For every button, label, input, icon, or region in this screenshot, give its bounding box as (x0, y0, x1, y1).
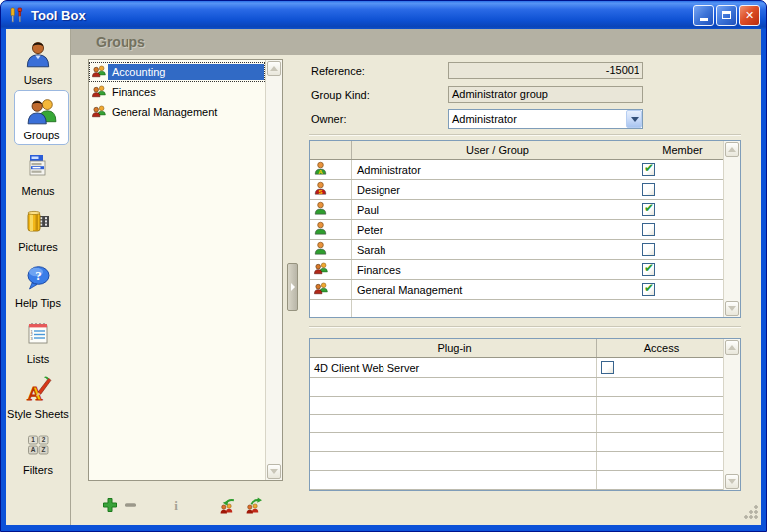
close-button[interactable]: ✕ (739, 5, 760, 26)
plugins-table-scrollbar[interactable] (723, 339, 740, 490)
group-list-item-finances[interactable]: Finances (89, 82, 265, 102)
sidebar-item-label: Menus (21, 185, 54, 197)
group-list-item-accounting[interactable]: Accounting (89, 62, 265, 82)
resize-grip[interactable] (744, 505, 758, 519)
minimize-icon (700, 18, 708, 21)
sidebar-item-lists[interactable]: 123Lists (6, 313, 70, 369)
member-row-sarah[interactable]: Sarah (310, 240, 723, 260)
access-column-header[interactable]: Access (597, 339, 723, 357)
group-list-item-label: Finances (108, 84, 160, 100)
sidebar-item-label: Pictures (18, 241, 58, 253)
owner-dropdown[interactable]: Administrator (448, 109, 643, 129)
member-checkbox[interactable] (642, 223, 655, 236)
group-icon (91, 109, 107, 121)
window-body: UsersGroupsMenusPictures?Help Tips123Lis… (6, 29, 761, 525)
user-green-icon (313, 241, 328, 258)
sidebar-item-label: Users (24, 74, 53, 86)
menus-icon (24, 152, 52, 182)
pictures-icon (24, 208, 52, 238)
members-table-scrollbar[interactable] (723, 141, 740, 317)
members-table-body: AAdministratorSDesignerPaulPeterSarahFin… (310, 160, 723, 317)
scroll-down-button[interactable] (725, 301, 739, 316)
user-green-icon (313, 221, 328, 238)
member-name: Designer (357, 184, 400, 196)
plugin-column-header[interactable]: Plug-in (310, 339, 597, 357)
group-info-button[interactable]: i (166, 496, 186, 516)
window-title: Tool Box (31, 8, 86, 23)
scroll-up-button[interactable] (725, 142, 739, 157)
group-list-item-label: General Management (108, 104, 221, 120)
page-title: Groups (71, 29, 761, 55)
sidebar-item-menus[interactable]: Menus (6, 145, 70, 201)
user-group-column-header[interactable]: User / Group (352, 141, 639, 159)
member-name: Administrator (357, 164, 421, 176)
scroll-down-button[interactable] (267, 464, 281, 479)
member-row-administrator[interactable]: AAdministrator (310, 160, 723, 180)
groups-list-scrollbar[interactable] (265, 60, 282, 480)
group-icon (91, 89, 107, 101)
plugins-table: Plug-in Access 4D Client Web Server (309, 338, 741, 491)
user-icon (23, 40, 53, 72)
sidebar-item-pictures[interactable]: Pictures (6, 201, 70, 257)
member-row-designer[interactable]: SDesigner (310, 180, 723, 200)
designer-user-icon: S (313, 181, 328, 198)
minimize-button[interactable] (693, 5, 714, 26)
chevron-down-icon[interactable] (626, 110, 642, 128)
access-checkbox[interactable] (601, 361, 614, 374)
member-column-header[interactable]: Member (639, 141, 723, 159)
sidebar-item-groups[interactable]: Groups (14, 90, 69, 145)
member-name: Peter (357, 224, 383, 236)
export-users-button[interactable] (243, 496, 263, 516)
scroll-up-button[interactable] (267, 61, 281, 76)
svg-text:2: 2 (42, 436, 46, 443)
maximize-button[interactable] (716, 5, 737, 26)
member-name: Finances (357, 264, 401, 276)
user-arrow-in-icon (219, 497, 236, 516)
sidebar-item-users[interactable]: Users (6, 34, 70, 90)
member-row-peter[interactable]: Peter (310, 220, 723, 240)
svg-text:S: S (318, 188, 322, 195)
member-checkbox[interactable] (642, 203, 655, 216)
member-name: General Management (357, 284, 462, 296)
plugins-table-header: Plug-in Access (310, 339, 723, 358)
member-checkbox[interactable] (642, 263, 655, 276)
plugins-table-body: 4D Client Web Server (310, 358, 723, 490)
remove-group-button[interactable] (121, 496, 140, 516)
groups-list-items: AccountingFinancesGeneral Management (89, 60, 265, 480)
member-checkbox[interactable] (642, 163, 655, 176)
group-list-item-general-management[interactable]: General Management (89, 102, 265, 122)
import-users-button[interactable] (217, 496, 237, 516)
divider (309, 134, 741, 136)
scroll-up-button[interactable] (725, 340, 739, 355)
sidebar-item-help-tips[interactable]: ?Help Tips (6, 257, 70, 313)
scroll-down-button[interactable] (725, 474, 739, 489)
minus-icon (123, 497, 138, 515)
title-bar[interactable]: Tool Box ✕ (1, 1, 766, 29)
member-row-general-management[interactable]: General Management (310, 280, 723, 300)
plugin-row-4d-client-web-server[interactable]: 4D Client Web Server (310, 358, 723, 378)
owner-dropdown-value: Administrator (449, 113, 626, 125)
sidebar-item-label: Style Sheets (7, 408, 69, 420)
icon-column-header (310, 141, 352, 159)
member-row-paul[interactable]: Paul (310, 200, 723, 220)
help-tips-icon: ? (23, 264, 53, 294)
member-checkbox[interactable] (642, 243, 655, 256)
splitter-arrow-icon (291, 283, 295, 291)
info-icon: i (168, 497, 184, 515)
group-icon (91, 69, 107, 81)
main-panel: Groups AccountingFinancesGeneral Managem… (71, 29, 761, 525)
member-checkbox[interactable] (642, 283, 655, 296)
members-table-header: User / Group Member (310, 141, 723, 160)
divider (309, 326, 741, 328)
splitter-handle[interactable] (287, 263, 298, 311)
sidebar-item-style-sheets[interactable]: AStyle Sheets (6, 369, 70, 424)
sidebar-item-label: Filters (23, 464, 53, 476)
member-checkbox[interactable] (642, 183, 655, 196)
svg-text:1: 1 (31, 436, 35, 443)
member-name: Paul (357, 204, 379, 216)
member-row-finances[interactable]: Finances (310, 260, 723, 280)
add-group-button[interactable] (100, 496, 120, 516)
close-icon: ✕ (745, 9, 754, 22)
sidebar-item-filters[interactable]: 12AZFilters (6, 424, 70, 480)
group-icon (313, 261, 329, 278)
